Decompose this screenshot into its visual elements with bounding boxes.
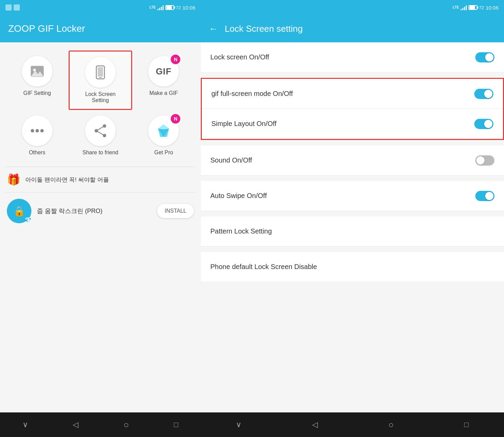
svg-point-7 <box>31 129 34 132</box>
bar2 <box>159 8 160 10</box>
menu-grid: GIF Setting Lock ScreenSetting GIF N Mak… <box>0 42 201 167</box>
menu-item-make-a-gif[interactable]: GIF N Make a GIF <box>132 51 195 110</box>
left-panel: LTE 72 10:06 ZOOP GIF Locker <box>0 0 201 437</box>
gif-setting-icon-circle <box>22 56 53 87</box>
make-gif-icon-circle: GIF N <box>148 56 179 87</box>
right-battery-percent: 72 <box>479 5 484 10</box>
promo-gift-icon: 🎁 <box>7 173 20 186</box>
right-signal-bars <box>461 5 467 10</box>
share-icon <box>93 123 108 138</box>
gif-fullscreen-toggle[interactable] <box>474 89 493 99</box>
time-left: 10:06 <box>182 5 195 11</box>
bar4 <box>163 5 164 10</box>
left-nav-bar: ∨ ◁ ○ □ <box>0 412 201 437</box>
svg-point-9 <box>40 129 44 132</box>
gif-text: GIF <box>156 66 171 77</box>
setting-simple-layout: Simple Layout On/Off <box>202 109 503 139</box>
nav-recent-left[interactable]: □ <box>174 420 178 429</box>
install-app-icon: 🔒 💎 <box>7 199 31 223</box>
signal-bars <box>157 5 164 10</box>
battery-icon <box>165 5 174 10</box>
setting-gif-fullscreen: gif full-screen mode On/Off <box>202 79 503 109</box>
lock-screen-setting-label: Lock ScreenSetting <box>85 91 116 103</box>
nav-home-left[interactable]: ○ <box>124 420 129 430</box>
sep-5 <box>201 246 504 252</box>
simple-layout-toggle[interactable] <box>474 119 493 129</box>
sep-1 <box>201 72 504 78</box>
right-status-bar: LTE 72 10:06 <box>201 0 504 15</box>
right-nav-home[interactable]: ○ <box>388 420 394 430</box>
svg-marker-17 <box>158 125 169 129</box>
phone-icon <box>93 65 108 80</box>
get-pro-icon-circle: N <box>148 115 179 146</box>
promo-banner[interactable]: 🎁 아이돌 팬이라면 꼭! 써야할 어플 <box>0 167 201 192</box>
svg-point-3 <box>33 69 36 71</box>
lock-screen-onoff-label: Lock screen On/Off <box>210 53 269 61</box>
lock-screen-icon-circle <box>85 57 116 88</box>
menu-item-get-pro[interactable]: N Get Pro <box>132 110 195 161</box>
settings-page-title: Lock Screen setting <box>225 24 303 34</box>
right-status-right: LTE 72 10:06 <box>453 5 499 11</box>
image-icon <box>30 64 45 79</box>
right-nav-bar: ∨ ◁ ○ □ <box>201 412 504 437</box>
auto-swipe-label: Auto Swipe On/Off <box>210 192 267 200</box>
install-card: 🔒 💎 줍 움짤 락스크린 (PRO) INSTALL <box>0 193 201 229</box>
right-time: 10:06 <box>486 5 499 11</box>
settings-header: ← Lock Screen setting <box>201 15 504 42</box>
auto-swipe-toggle[interactable] <box>475 191 494 201</box>
app-title: ZOOP GIF Locker <box>8 23 85 34</box>
left-status-bar: LTE 72 10:06 <box>0 0 201 15</box>
toggle-thumb-lock-screen <box>485 53 493 61</box>
nav-chevron-left[interactable]: ∨ <box>23 420 28 429</box>
right-battery-icon <box>468 5 477 10</box>
sound-onoff-toggle[interactable] <box>475 155 494 166</box>
back-button[interactable]: ← <box>209 24 218 34</box>
menu-item-gif-setting[interactable]: GIF Setting <box>5 51 69 110</box>
svg-line-13 <box>96 126 104 131</box>
pattern-lock-label: Pattern Lock Setting <box>210 227 272 235</box>
setting-phone-default-disable[interactable]: Phone default Lock Screen Disable <box>201 252 504 282</box>
right-panel: LTE 72 10:06 ← Lock Screen setting Lock … <box>201 0 504 437</box>
bar1 <box>157 9 158 10</box>
others-icon-circle <box>22 115 53 146</box>
sep-4 <box>201 211 504 216</box>
lock-icon: 🔒 <box>13 206 25 217</box>
menu-item-share-to-friend[interactable]: Share to friend <box>69 110 132 161</box>
share-to-friend-label: Share to friend <box>83 150 118 156</box>
settings-list: Lock screen On/Off gif full-screen mode … <box>201 42 504 412</box>
install-app-name: 줍 움짤 락스크린 (PRO) <box>37 207 152 215</box>
lte-label: LTE <box>150 6 156 9</box>
lock-screen-onoff-toggle[interactable] <box>475 52 494 62</box>
svg-point-8 <box>36 129 39 132</box>
sep-2 <box>201 140 504 145</box>
install-button[interactable]: INSTALL <box>157 204 194 218</box>
right-nav-recent[interactable]: □ <box>464 420 468 429</box>
others-label: Others <box>29 150 45 156</box>
right-nav-chevron[interactable]: ∨ <box>236 420 241 429</box>
left-status-right: LTE 72 10:06 <box>150 5 195 11</box>
menu-item-lock-screen-setting[interactable]: Lock ScreenSetting <box>69 51 132 110</box>
sound-onoff-label: Sound On/Off <box>210 156 252 164</box>
right-nav-back[interactable]: ◁ <box>312 420 318 429</box>
app-header: ZOOP GIF Locker <box>0 15 201 42</box>
share-icon-circle <box>85 115 116 146</box>
nav-back-left[interactable]: ◁ <box>73 420 79 429</box>
grouped-settings: gif full-screen mode On/Off Simple Layou… <box>201 78 504 140</box>
simple-layout-label: Simple Layout On/Off <box>211 120 277 128</box>
dots-icon <box>30 123 45 138</box>
get-pro-label: Get Pro <box>154 150 173 156</box>
gif-setting-label: GIF Setting <box>23 90 51 96</box>
menu-item-others[interactable]: Others <box>5 110 69 161</box>
promo-text: 아이돌 팬이라면 꼭! 써야할 어플 <box>25 176 109 184</box>
setting-lock-screen-onoff: Lock screen On/Off <box>201 42 504 72</box>
make-gif-badge: N <box>171 55 180 64</box>
setting-pattern-lock[interactable]: Pattern Lock Setting <box>201 216 504 246</box>
svg-line-14 <box>96 131 104 136</box>
right-notification-2 <box>14 4 20 11</box>
bar3 <box>161 7 162 10</box>
sep-3 <box>201 175 504 181</box>
battery-fill <box>166 6 172 9</box>
make-gif-label: Make a GIF <box>150 90 178 96</box>
phone-default-disable-label: Phone default Lock Screen Disable <box>210 263 317 271</box>
gif-fullscreen-label: gif full-screen mode On/Off <box>211 90 293 98</box>
